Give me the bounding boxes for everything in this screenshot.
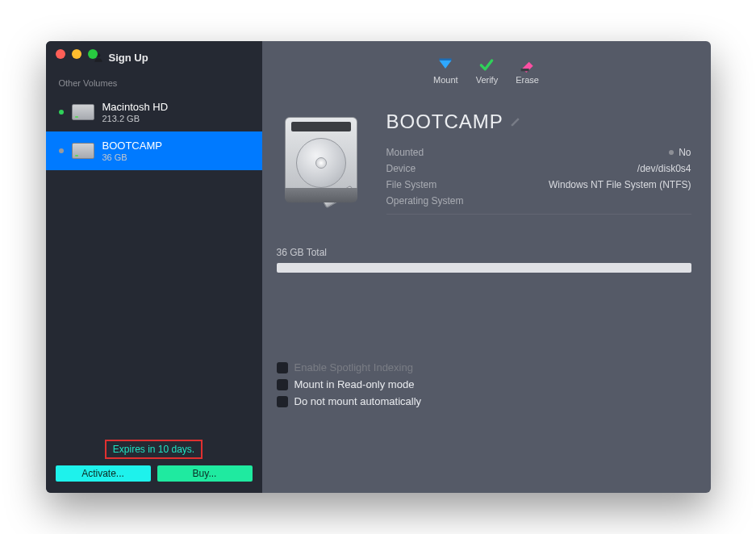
erase-icon	[520, 56, 536, 73]
volume-text: BOOTCAMP 36 GB	[102, 140, 162, 162]
checkbox	[277, 362, 288, 373]
volume-title: BOOTCAMP	[386, 111, 503, 133]
minimize-button[interactable]	[72, 49, 81, 59]
verify-label: Verify	[476, 75, 499, 85]
sidebar-bottom: Expires in 10 days. Activate... Buy...	[46, 440, 262, 493]
erase-button[interactable]: Erase	[516, 56, 539, 85]
buy-button[interactable]: Buy...	[157, 465, 253, 482]
usage-bar	[277, 263, 691, 273]
content: BOOTCAMP Mounted No Device /dev/disk0s4	[262, 99, 711, 493]
info-row-filesystem: File System Windows NT File System (NTFS…	[386, 177, 691, 193]
info-val: /dev/disk0s4	[637, 163, 691, 174]
info-key: Device	[386, 163, 416, 174]
verify-icon	[478, 56, 495, 73]
maximize-button[interactable]	[88, 49, 98, 59]
option-label: Enable Spotlight Indexing	[294, 361, 413, 373]
checkbox[interactable]	[277, 379, 288, 390]
option-label: Mount in Read-only mode	[294, 378, 415, 390]
volume-header: BOOTCAMP Mounted No Device /dev/disk0s4	[277, 111, 691, 215]
usage-section: 36 GB Total	[277, 247, 691, 273]
main-panel: Mount Verify Erase	[262, 41, 711, 493]
toolbar: Mount Verify Erase	[262, 41, 711, 99]
volume-title-row: BOOTCAMP	[386, 111, 691, 133]
svg-rect-1	[440, 58, 452, 60]
verify-button[interactable]: Verify	[476, 56, 499, 85]
volume-item-macintosh-hd[interactable]: Macintosh HD 213.2 GB	[46, 93, 262, 131]
button-row: Activate... Buy...	[56, 465, 253, 482]
option-noauto[interactable]: Do not mount automatically	[277, 395, 691, 407]
info-row-os: Operating System	[386, 193, 691, 209]
erase-label: Erase	[516, 75, 539, 85]
app-window: Sign Up Other Volumes Macintosh HD 213.2…	[46, 41, 711, 493]
volume-text: Macintosh HD 213.2 GB	[102, 101, 169, 123]
activate-button[interactable]: Activate...	[56, 465, 151, 482]
drive-icon	[72, 143, 94, 159]
expires-notice: Expires in 10 days.	[105, 440, 203, 459]
section-label: Other Volumes	[46, 73, 262, 93]
volume-size: 36 GB	[102, 152, 162, 162]
info-table: Mounted No Device /dev/disk0s4 File Syst…	[386, 144, 691, 209]
sign-up-label: Sign Up	[109, 52, 148, 64]
info-row-device: Device /dev/disk0s4	[386, 161, 691, 177]
volume-name: Macintosh HD	[102, 101, 169, 113]
divider	[386, 214, 691, 215]
mount-icon	[437, 56, 453, 73]
options: Enable Spotlight Indexing Mount in Read-…	[277, 361, 691, 407]
info-val: No	[669, 147, 691, 158]
volume-item-bootcamp[interactable]: BOOTCAMP 36 GB	[46, 131, 262, 170]
edit-icon[interactable]	[510, 116, 521, 127]
status-dot-icon	[59, 148, 64, 153]
usage-label: 36 GB Total	[277, 247, 691, 258]
traffic-lights	[56, 49, 98, 59]
info-key: Mounted	[386, 147, 424, 158]
status-dot-icon	[59, 110, 64, 115]
option-readonly[interactable]: Mount in Read-only mode	[277, 378, 691, 390]
checkbox[interactable]	[277, 396, 288, 407]
option-spotlight: Enable Spotlight Indexing	[277, 361, 691, 373]
sidebar: Sign Up Other Volumes Macintosh HD 213.2…	[46, 41, 262, 493]
volume-size: 213.2 GB	[102, 114, 169, 123]
hard-drive-icon	[277, 111, 365, 207]
close-button[interactable]	[56, 49, 65, 59]
option-label: Do not mount automatically	[294, 395, 422, 407]
volume-name: BOOTCAMP	[102, 140, 162, 152]
info-key: File System	[386, 179, 437, 190]
volume-info: BOOTCAMP Mounted No Device /dev/disk0s4	[386, 111, 691, 215]
info-val: Windows NT File System (NTFS)	[549, 179, 691, 190]
svg-rect-2	[520, 69, 528, 71]
mount-button[interactable]: Mount	[433, 56, 458, 85]
info-key: Operating System	[386, 195, 464, 207]
sign-up-button[interactable]: Sign Up	[93, 52, 148, 64]
drive-icon	[72, 104, 94, 120]
info-row-mounted: Mounted No	[386, 144, 691, 161]
mount-label: Mount	[433, 75, 458, 85]
